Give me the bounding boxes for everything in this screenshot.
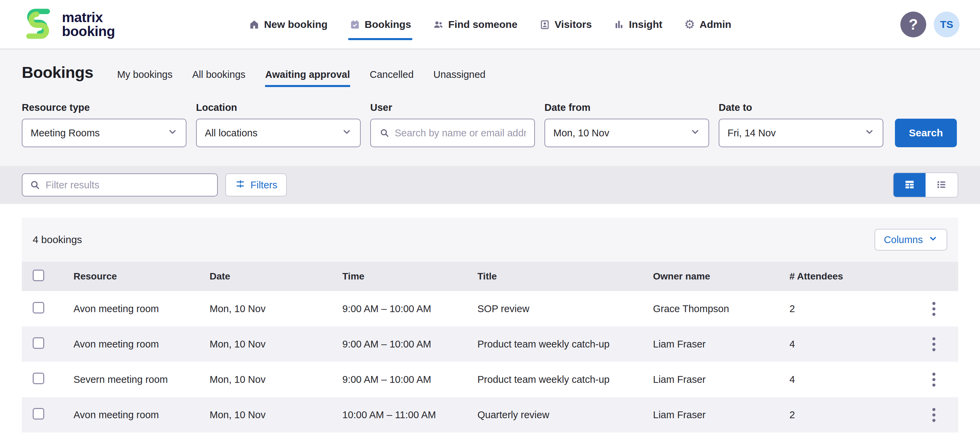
top-nav: matrixbooking New booking Bookings: [0, 0, 980, 49]
nav-item-find-someone[interactable]: Find someone: [433, 0, 517, 49]
cell-resource: Severn meeting room: [73, 374, 210, 385]
cell-owner: Liam Fraser: [653, 409, 789, 421]
main-nav: New booking Bookings: [211, 0, 769, 49]
bookings-count: 4 bookings: [33, 234, 82, 246]
cell-time: 10:00 AM – 11:00 AM: [342, 409, 477, 421]
cell-resource: Avon meeting room: [73, 303, 210, 315]
chevron-down-icon: [342, 127, 352, 139]
cell-time: 9:00 AM – 10:00 AM: [342, 303, 477, 315]
cell-resource: Avon meeting room: [73, 409, 210, 421]
table-grid-icon: [904, 179, 916, 192]
resource-type-select[interactable]: Meeting Rooms: [22, 119, 186, 147]
row-actions-kebab-icon[interactable]: [917, 408, 950, 422]
cell-attendees: 4: [789, 339, 917, 350]
search-icon: [29, 179, 41, 191]
filter-results-input[interactable]: [46, 179, 210, 191]
tab-cancelled[interactable]: Cancelled: [370, 69, 414, 87]
header-resource: Resource: [73, 271, 210, 282]
date-from-label: Date from: [544, 102, 709, 113]
date-from-select[interactable]: Mon, 10 Nov: [544, 119, 709, 147]
tab-my-bookings[interactable]: My bookings: [117, 69, 172, 87]
matrix-booking-logo-icon: [21, 6, 56, 43]
location-label: Location: [196, 102, 361, 113]
bookings-header-section: Bookings My bookings All bookings Awaiti…: [0, 49, 980, 166]
cell-owner: Grace Thompson: [653, 303, 789, 315]
table-row[interactable]: Severn meeting room Mon, 10 Nov 9:00 AM …: [22, 362, 958, 397]
list-view-button[interactable]: [926, 173, 958, 197]
table-row[interactable]: Avon meeting room Mon, 10 Nov 9:00 AM – …: [22, 291, 958, 326]
header-attendees: # Attendees: [789, 271, 917, 282]
row-checkbox[interactable]: [33, 408, 44, 420]
tab-awaiting-approval[interactable]: Awaiting approval: [265, 69, 350, 87]
people-icon: [433, 19, 444, 30]
row-actions-kebab-icon[interactable]: [917, 302, 950, 316]
question-mark-icon: ?: [909, 16, 918, 33]
page-title: Bookings: [22, 63, 93, 82]
search-filters: Resource type Meeting Rooms Location All…: [22, 102, 958, 147]
row-checkbox[interactable]: [33, 372, 44, 384]
gear-icon: ⚙︎: [684, 17, 695, 31]
user-label: User: [370, 102, 535, 113]
cell-title: Product team weekly catch-up: [477, 339, 653, 350]
bookings-tabs: My bookings All bookings Awaiting approv…: [117, 69, 485, 87]
main-content: 4 bookings Columns Resource Date Time Ti…: [0, 218, 980, 432]
header-time: Time: [342, 271, 477, 282]
cell-attendees: 4: [789, 374, 917, 385]
header-date: Date: [210, 271, 342, 282]
view-toggle: [893, 173, 958, 198]
nav-item-insight[interactable]: Insight: [614, 0, 662, 49]
user-search-field: [370, 119, 535, 147]
grid-view-button[interactable]: [894, 173, 926, 197]
row-checkbox[interactable]: [33, 337, 44, 349]
location-select[interactable]: All locations: [196, 119, 361, 147]
cell-date: Mon, 10 Nov: [210, 303, 342, 315]
chevron-down-icon: [864, 127, 875, 139]
calendar-check-icon: [350, 19, 360, 30]
brand-logo[interactable]: matrixbooking: [21, 6, 211, 43]
search-icon: [379, 127, 390, 138]
help-button[interactable]: ?: [900, 11, 926, 37]
filter-results-field: [22, 173, 218, 196]
row-actions-kebab-icon[interactable]: [917, 337, 950, 351]
cell-title: Quarterly review: [477, 409, 653, 421]
row-checkbox[interactable]: [33, 302, 44, 314]
table-row[interactable]: Avon meeting room Mon, 10 Nov 10:00 AM –…: [22, 397, 958, 432]
nav-item-new-booking[interactable]: New booking: [249, 0, 328, 49]
cell-owner: Liam Fraser: [653, 339, 789, 350]
cell-time: 9:00 AM – 10:00 AM: [342, 374, 477, 385]
cell-resource: Avon meeting room: [73, 339, 210, 350]
date-to-label: Date to: [719, 102, 883, 113]
columns-button[interactable]: Columns: [875, 229, 947, 250]
chevron-down-icon: [690, 127, 700, 139]
nav-item-bookings[interactable]: Bookings: [350, 0, 411, 49]
user-search-input[interactable]: [395, 127, 526, 139]
nav-item-admin[interactable]: ⚙︎ Admin: [684, 0, 731, 49]
table-body: Avon meeting room Mon, 10 Nov 9:00 AM – …: [22, 291, 958, 432]
cell-title: Product team weekly catch-up: [477, 374, 653, 385]
tab-unassigned[interactable]: Unassigned: [434, 69, 485, 87]
cell-date: Mon, 10 Nov: [210, 409, 342, 421]
cell-attendees: 2: [789, 303, 917, 315]
list-icon: [935, 179, 948, 192]
cell-date: Mon, 10 Nov: [210, 339, 342, 350]
nav-right: ? TS: [769, 11, 959, 37]
select-all-checkbox[interactable]: [33, 269, 44, 281]
table-header-row: Resource Date Time Title Owner name # At…: [22, 262, 958, 291]
cell-attendees: 2: [789, 409, 917, 421]
resource-type-label: Resource type: [22, 102, 186, 113]
cell-owner: Liam Fraser: [653, 374, 789, 385]
sliders-icon: [235, 179, 246, 192]
header-title: Title: [477, 271, 653, 282]
nav-item-visitors[interactable]: Visitors: [539, 0, 592, 49]
row-actions-kebab-icon[interactable]: [917, 372, 950, 387]
search-button[interactable]: Search: [895, 119, 957, 147]
chevron-down-icon: [167, 127, 178, 139]
results-toolbar: Filters: [0, 166, 980, 204]
table-row[interactable]: Avon meeting room Mon, 10 Nov 9:00 AM – …: [22, 326, 958, 362]
filters-button[interactable]: Filters: [225, 173, 287, 196]
date-to-select[interactable]: Fri, 14 Nov: [719, 119, 883, 147]
chevron-down-icon: [928, 234, 938, 246]
user-avatar[interactable]: TS: [934, 11, 959, 37]
tab-all-bookings[interactable]: All bookings: [192, 69, 245, 87]
visitor-badge-icon: [539, 19, 550, 30]
